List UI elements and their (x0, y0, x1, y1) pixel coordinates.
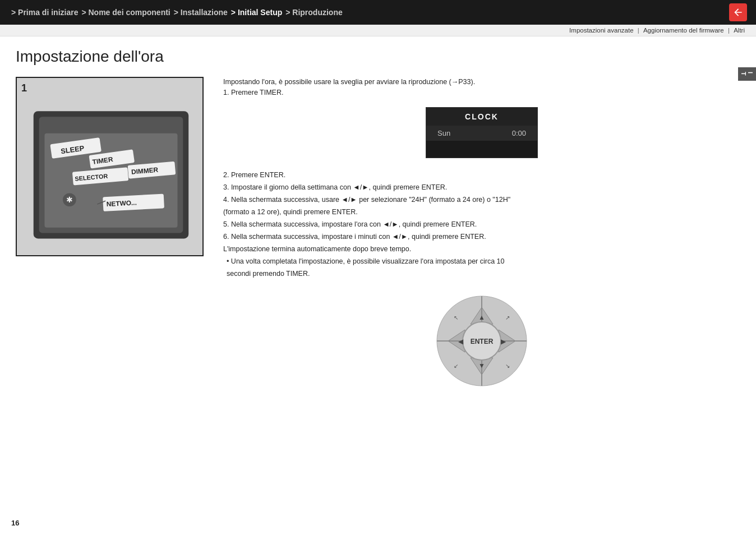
page-number: 16 (11, 519, 19, 527)
svg-text:↙: ↙ (454, 363, 458, 369)
step-6a: 6. Nella schermata successiva, impostare… (223, 231, 740, 242)
clock-title: CLOCK (426, 108, 537, 126)
subnav-altri[interactable]: Altri (734, 27, 745, 34)
svg-text:▼: ▼ (478, 362, 485, 370)
back-button[interactable] (729, 3, 747, 21)
svg-text:▶: ▶ (501, 338, 506, 345)
device-image-box: 1 SLEEP TIMER (16, 77, 204, 256)
step-number: 1 (21, 82, 27, 94)
nav-installazione[interactable]: > Installazione (174, 8, 228, 17)
subnav-firmware[interactable]: Aggiornamento del firmware (643, 27, 724, 34)
nav-initial-setup[interactable]: > Initial Setup (231, 8, 282, 17)
left-panel: 1 SLEEP TIMER (16, 77, 206, 391)
nav-nome[interactable]: > Nome dei componenti (81, 8, 170, 17)
top-navigation: > Prima di iniziare > Nome dei component… (0, 0, 756, 25)
nav-prima[interactable]: > Prima di iniziare (11, 8, 78, 17)
step-note1: • Una volta completata l'impostazione, è… (227, 256, 740, 267)
sub-navigation: Impostazioni avanzate | Aggiornamento de… (0, 25, 756, 36)
clock-bottom (426, 141, 537, 158)
clock-time: 0:00 (512, 129, 526, 137)
step-2: 2. Premere ENTER. (223, 169, 740, 181)
step-note2: secondi premendo TIMER. (227, 268, 740, 279)
step-4a: 4. Nella schermata successiva, usare ◄/►… (223, 194, 740, 205)
device-illustration: SLEEP TIMER SELECTOR DIMMER ✱ NETWO (17, 78, 202, 255)
steps-list: 2. Premere ENTER. 3. Impostare il giorno… (223, 169, 740, 279)
step-6b: L'impostazione termina automaticamente d… (223, 243, 740, 255)
content-row: 1 SLEEP TIMER (16, 77, 740, 391)
page-title: Impostazione dell'ora (16, 48, 740, 66)
svg-text:ENTER: ENTER (471, 338, 494, 345)
svg-text:↖: ↖ (454, 315, 458, 321)
svg-text:↘: ↘ (505, 363, 510, 369)
svg-text:✱: ✱ (66, 195, 73, 204)
enter-button-illustration: ENTER ▲ ▶ ▼ ◀ ↗ ↖ ↘ ↙ (431, 290, 532, 391)
clock-display: CLOCK Sun 0:00 (426, 107, 538, 158)
intro-text: Impostando l'ora, è possibile usare la s… (223, 77, 740, 98)
step-5: 5. Nella schermata successiva, impostare… (223, 219, 740, 230)
nav-riproduzione[interactable]: > Riproduzione (285, 8, 343, 17)
subnav-sep2: | (728, 27, 730, 34)
main-content: Impostazione dell'ora 1 SLEEP (0, 36, 756, 403)
svg-text:◀: ◀ (458, 338, 464, 345)
svg-text:▲: ▲ (478, 313, 485, 321)
language-tab: IT (738, 67, 756, 81)
step-4b: (formato a 12 ore), quindi premere ENTER… (223, 206, 740, 218)
svg-text:NETWO...: NETWO... (106, 199, 137, 208)
back-icon (732, 7, 744, 18)
clock-time-row: Sun 0:00 (426, 126, 537, 141)
subnav-advanced[interactable]: Impostazioni avanzate (569, 27, 633, 34)
intro-line1: Impostando l'ora, è possibile usare la s… (223, 77, 740, 87)
intro-line2: 1. Premere TIMER. (223, 87, 740, 98)
enter-button-container: ENTER ▲ ▶ ▼ ◀ ↗ ↖ ↘ ↙ (223, 290, 740, 391)
right-panel: Impostando l'ora, è possibile usare la s… (223, 77, 740, 391)
svg-text:↗: ↗ (505, 315, 510, 321)
subnav-sep1: | (638, 27, 639, 34)
step-3: 3. Impostare il giorno della settimana c… (223, 182, 740, 193)
clock-day: Sun (437, 129, 450, 137)
